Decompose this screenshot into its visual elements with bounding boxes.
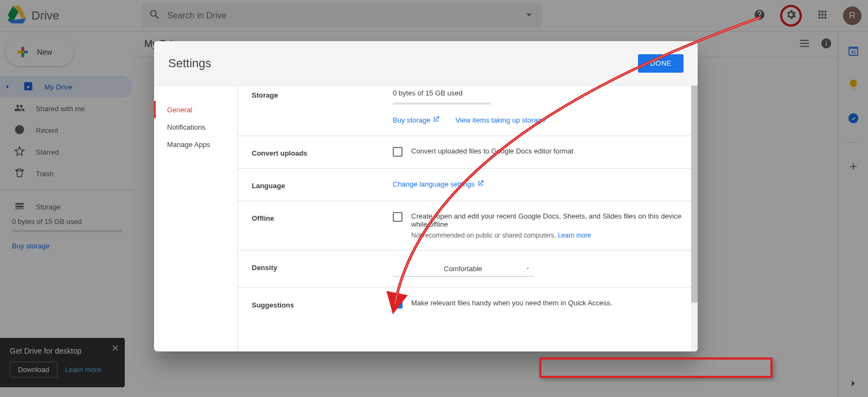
offline-note: Not recommended on public or shared comp… — [411, 232, 558, 239]
section-label-storage: Storage — [252, 89, 393, 125]
offline-learn-more[interactable]: Learn more — [558, 232, 591, 239]
section-label-offline: Offline — [252, 212, 393, 239]
offline-text: Create, open and edit your recent Google… — [411, 212, 684, 228]
section-label-density: Density — [252, 261, 393, 277]
settings-dialog: Settings DONE General Notifications Mana… — [154, 41, 698, 351]
section-label-language: Language — [252, 180, 393, 190]
buy-storage-link[interactable]: Buy storage — [393, 116, 440, 125]
section-label-suggestions: Suggestions — [252, 299, 393, 309]
suggestions-text: Make relevant files handy when you need … — [411, 299, 612, 307]
external-icon — [477, 180, 484, 189]
done-button[interactable]: DONE — [638, 54, 684, 73]
dropdown-icon — [525, 265, 531, 273]
external-icon — [432, 116, 440, 125]
nav-general[interactable]: General — [154, 101, 237, 118]
storage-progress-bar — [393, 103, 490, 105]
storage-used-text: 0 bytes of 15 GB used — [393, 89, 684, 97]
scroll-thumb[interactable] — [691, 86, 698, 303]
density-value: Comfortable — [444, 265, 482, 273]
suggestions-checkbox[interactable] — [393, 299, 403, 309]
dialog-scrollbar[interactable] — [691, 86, 698, 351]
offline-checkbox[interactable] — [393, 212, 403, 222]
nav-manage-apps[interactable]: Manage Apps — [154, 136, 237, 153]
view-items-link[interactable]: View items taking up storage — [455, 116, 545, 125]
convert-text: Convert uploaded files to Google Docs ed… — [411, 147, 573, 155]
settings-nav: General Notifications Manage Apps — [154, 86, 238, 351]
dialog-title: Settings — [168, 56, 212, 71]
nav-notifications[interactable]: Notifications — [154, 118, 237, 136]
convert-checkbox[interactable] — [393, 147, 403, 157]
language-link[interactable]: Change language settings — [393, 180, 484, 189]
density-select[interactable]: Comfortable — [393, 261, 534, 277]
section-label-convert: Convert uploads — [252, 147, 393, 157]
